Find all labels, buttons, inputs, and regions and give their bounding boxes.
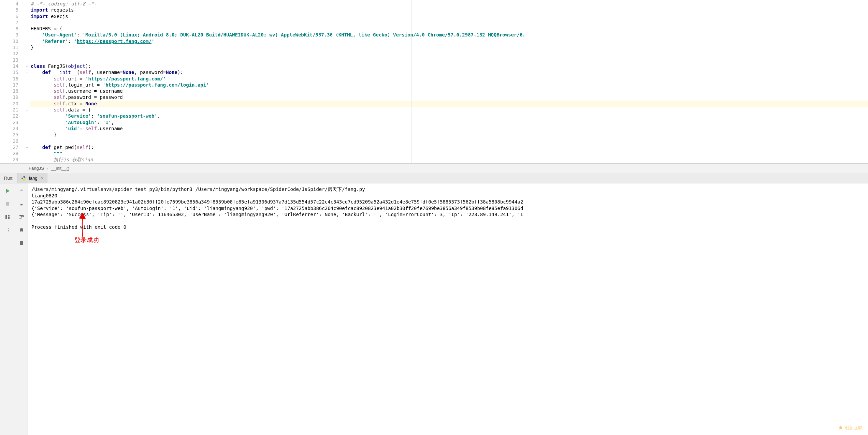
fold-column[interactable]: –––––– [25,0,30,163]
code-line[interactable]: self.ctx = None [30,101,868,107]
code-line[interactable]: } [30,44,868,50]
console-line: /Users/mingyang/.virtualenvs/spider_test… [31,186,865,193]
line-number: 29 [0,156,18,163]
stop-button[interactable] [3,200,12,208]
code-line[interactable]: 'uid': self.username [30,125,868,132]
fold-marker[interactable] [25,156,30,163]
fold-marker[interactable] [25,132,30,138]
console-line: Process finished with exit code 0 [31,224,865,230]
fold-marker[interactable] [25,38,30,44]
line-number: 23 [0,119,18,125]
close-icon[interactable]: × [41,176,44,181]
line-number: 25 [0,132,18,138]
fold-marker[interactable]: – [25,144,30,150]
code-area[interactable]: # -*- coding: utf-8 -*-import requestsim… [30,0,868,163]
breadcrumb-item[interactable]: __init__() [51,166,69,171]
fold-marker[interactable] [25,32,30,38]
fold-marker[interactable] [25,13,30,19]
line-number: 19 [0,94,18,100]
code-line[interactable] [30,19,868,26]
breadcrumb[interactable]: FangJS › __init__() [0,164,868,173]
svg-rect-5 [8,217,10,219]
layout-button[interactable] [3,213,12,221]
line-number: 16 [0,76,18,82]
fold-marker[interactable] [25,125,30,132]
code-line[interactable]: import requests [30,7,868,13]
fold-marker[interactable] [25,88,30,94]
line-number-gutter: 4567891011121314151617181920212223242526… [0,0,25,163]
code-line[interactable]: self.password = password [30,94,868,100]
print-icon[interactable] [17,226,26,234]
line-number: 4 [0,1,18,7]
fold-marker[interactable] [25,113,30,119]
code-line[interactable]: # -*- coding: utf-8 -*- [30,1,868,7]
annotation-arrow [78,213,91,239]
up-icon[interactable] [17,187,26,195]
run-tool-bar: Run: fang × [0,173,868,183]
svg-point-1 [25,180,25,180]
console-line: 17a2725abb386c264c90efcac8920823e941a02b… [31,199,865,205]
line-number: 21 [0,107,18,113]
code-line[interactable]: class FangJS(object): [30,63,868,69]
pin-button[interactable] [3,226,12,234]
line-number: 20 [0,101,18,107]
code-line[interactable]: } [30,132,868,138]
code-line[interactable]: """ [30,150,868,156]
code-line[interactable]: self.login_url = 'https://passport.fang.… [30,82,868,88]
code-editor[interactable]: 4567891011121314151617181920212223242526… [0,0,868,164]
code-line[interactable]: self.username = username [30,88,868,94]
fold-marker[interactable] [25,119,30,125]
console-line: liang0820 [31,193,865,199]
line-number: 14 [0,63,18,69]
rerun-button[interactable] [3,187,12,195]
fold-marker[interactable] [25,50,30,57]
fold-marker[interactable]: – [25,150,30,156]
fold-marker[interactable] [25,76,30,82]
fold-marker[interactable] [25,19,30,26]
fold-marker[interactable] [25,44,30,50]
fold-marker[interactable] [25,82,30,88]
line-number: 11 [0,44,18,50]
fold-marker[interactable]: – [25,26,30,32]
code-line[interactable]: 'User-Agent': 'Mozilla/5.0 (Linux; Andro… [30,32,868,38]
breadcrumb-separator: › [47,166,48,171]
code-line[interactable]: self.data = { [30,107,868,113]
fold-marker[interactable] [25,57,30,63]
code-line[interactable]: 执行js 获取sign [30,156,868,163]
fold-marker[interactable] [25,138,30,144]
code-line[interactable]: 'Referer': 'https://passport.fang.com/' [30,38,868,44]
console-line: {'Message': 'Success', 'Tip': '', 'UserI… [31,211,865,218]
line-number: 8 [0,26,18,32]
fold-marker[interactable] [25,101,30,107]
trash-icon[interactable] [17,239,26,247]
fold-marker[interactable] [25,94,30,100]
fold-marker[interactable]: – [25,107,30,113]
fold-marker[interactable]: – [25,69,30,75]
code-line[interactable] [30,57,868,63]
code-line[interactable]: def get_pwd(self): [30,144,868,150]
soft-wrap-icon[interactable] [17,213,26,221]
code-line[interactable]: self.url = 'https://passport.fang.com/' [30,76,868,82]
line-number: 9 [0,32,18,38]
code-line[interactable] [30,138,868,144]
code-line[interactable]: 'Service': 'soufun-passport-web', [30,113,868,119]
line-number: 6 [0,13,18,19]
code-line[interactable]: 'AutoLogin': '1', [30,119,868,125]
svg-rect-4 [8,215,10,216]
breadcrumb-item[interactable]: FangJS [29,166,44,171]
code-line[interactable]: HEADERS = { [30,26,868,32]
line-number: 27 [0,144,18,150]
annotation-text: 登录成功 [74,236,99,244]
code-line[interactable]: import execjs [30,13,868,19]
code-line[interactable] [30,50,868,57]
fold-marker[interactable]: – [25,63,30,69]
fold-marker[interactable] [25,7,30,13]
svg-rect-6 [20,229,23,231]
run-tab[interactable]: fang × [18,173,47,183]
down-icon[interactable] [17,200,26,208]
console-output[interactable]: /Users/mingyang/.virtualenvs/spider_test… [28,183,868,435]
svg-rect-8 [20,231,23,232]
fold-marker[interactable] [25,1,30,7]
right-margin-guide [411,0,412,163]
code-line[interactable]: def __init__(self, username=None, passwo… [30,69,868,75]
